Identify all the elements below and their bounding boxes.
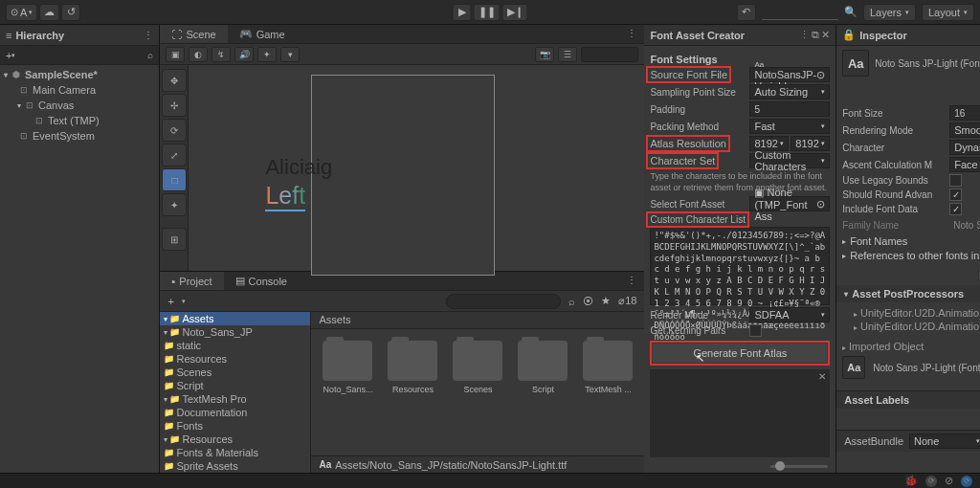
account-button[interactable]: ⊙A▾ [6,4,37,21]
pause-button[interactable]: ❚❚ [474,4,501,21]
hierarchy-item[interactable]: ▾⊡Canvas [0,98,159,113]
tool-gizmos[interactable]: ☰ [558,47,577,62]
generate-font-atlas-button[interactable]: Generate Font Atlas [653,344,827,363]
tool-rect[interactable]: □ [162,168,187,191]
select-font-field[interactable]: ▣ None (TMP_Font Ass⊙ [749,196,830,211]
asset-folder[interactable]: Resources [388,341,437,444]
project-search[interactable] [446,294,561,309]
folder-item[interactable]: 📁Fonts & Materials [160,446,310,459]
folder-item[interactable]: 📁Sprite Assets [160,459,310,473]
object-picker-icon[interactable]: ⊙ [816,69,825,81]
scene-viewport[interactable]: Aliciaig Left [189,65,644,271]
tool-overlay[interactable]: ▾ [280,47,300,62]
tool-3d[interactable]: ▣ [166,47,185,62]
tool-scale[interactable]: ⤢ [162,144,187,166]
tool-move[interactable]: ✢ [162,94,187,117]
hierarchy-search[interactable] [15,48,147,63]
asset-folder[interactable]: Scenes [453,341,502,444]
folder-item[interactable]: 📁Script [160,379,310,392]
fac-title: Font Asset Creator [650,30,745,41]
packing-dropdown[interactable]: Fast▾ [749,119,830,134]
popout-icon[interactable]: ⧉ [812,29,819,41]
hierarchy-item[interactable]: ⊡EventSystem [0,128,159,144]
cache-icon[interactable]: ⊘ [945,475,953,487]
panel-menu-icon[interactable]: ⋮ [144,30,153,40]
asset-folder[interactable]: Noto_Sans... [323,341,372,444]
folder-item[interactable]: ▾📁TextMesh Pro [160,392,310,406]
tool-shade[interactable]: ◐ [189,47,208,62]
panel-menu-icon[interactable]: ⋮ [799,29,810,41]
select-font-label: Select Font Asset [650,199,746,210]
folder-item[interactable]: ▾📁Noto_Sans_JP [160,325,310,339]
star-icon[interactable]: ★ [601,295,611,307]
folder-item[interactable]: ▾📁Resources [160,433,310,446]
folder-item[interactable]: 📁Fonts [160,419,310,433]
object-picker-icon[interactable]: ⊙ [816,198,825,211]
include-checkbox[interactable]: ✓ [949,203,962,215]
panel-menu-icon[interactable]: ⋮ [619,25,644,43]
round-checkbox[interactable]: ✓ [949,189,962,201]
history-icon: ↺ [67,6,76,18]
tab-scene[interactable]: ⛶Scene [160,25,227,43]
tab-game[interactable]: 🎮Game [228,25,297,43]
assetbundle-label: AssetBundle [844,435,903,447]
kerning-checkbox[interactable] [749,324,762,337]
tool-fx[interactable]: ✦ [257,47,277,62]
folder-item[interactable]: 📁static [160,339,310,352]
render-mode-dropdown[interactable]: SDFAA▾ [749,307,830,322]
sampling-dropdown[interactable]: Auto Sizing▾ [749,84,830,100]
tool-light[interactable]: ↯ [212,47,231,62]
tmp-text-preview[interactable]: Left [265,182,305,211]
folder-item[interactable]: 📁Scenes [160,366,310,379]
close-icon[interactable]: ✕ [821,29,830,41]
folder-item[interactable]: 📁Resources [160,352,310,366]
padding-input[interactable]: 5 [749,101,830,117]
tab-console[interactable]: ▤Console [224,272,299,290]
asset-folder[interactable]: Script [518,341,568,444]
charset-dropdown[interactable]: Custom Characters▾ [749,153,830,168]
lock-icon[interactable]: 🔒 [842,29,856,41]
filter-icon[interactable]: ⦿ [583,296,593,307]
hierarchy-item[interactable]: ▾⬢SampleScene* [0,67,159,82]
folder-item[interactable]: 📁Documentation [160,406,310,419]
hierarchy-item[interactable]: ⊡Main Camera [0,82,159,98]
assetbundle-dropdown[interactable]: None▾ [909,433,980,449]
ascent-dropdown[interactable]: Face ascender metric▾ [949,157,980,172]
rendering-dropdown[interactable]: Smooth▾ [949,122,980,138]
hierarchy-title: Hierarchy [15,30,64,41]
autorefresh-icon[interactable]: ⟳ [925,476,937,487]
tool-view[interactable]: ✥ [162,69,187,92]
character-dropdown[interactable]: Dynamic▾ [949,140,980,155]
bug-icon[interactable]: 🐞 [904,475,918,487]
hierarchy-item[interactable]: ⊡Text (TMP) [0,113,159,128]
history-button[interactable]: ↺ [61,4,80,21]
source-font-field[interactable]: Aa NotoSansJP-Variable⊙ [749,67,830,82]
layers-dropdown[interactable]: Layers▾ [863,4,916,21]
layout-dropdown[interactable]: Layout▾ [922,4,974,21]
legacy-checkbox[interactable] [949,174,962,187]
asset-folder[interactable]: TextMesh ... [583,341,633,444]
tool-rotate[interactable]: ⟳ [162,119,187,142]
step-button[interactable]: ▶❙ [502,4,528,21]
hidden-icon[interactable]: ⌀18 [618,295,636,307]
font-names-foldout[interactable]: ▸Font Names [842,235,980,247]
search-icon: ⌕ [568,296,575,307]
font-size-input[interactable]: 16 [949,105,980,121]
postprocessors-header[interactable]: ▾Asset PostProcessors [836,285,980,302]
undo-button[interactable]: ↶ [737,4,756,21]
tool-audio[interactable]: 🔊 [234,47,254,62]
references-foldout[interactable]: ▸References to other fonts in project [842,250,980,261]
tool-custom[interactable]: ⊞ [162,228,187,251]
play-button[interactable]: ▶ [453,4,472,21]
folder-item[interactable]: ▾📁Assets [160,312,310,325]
character-list-textarea[interactable]: !"#$%&'()*+,-./0123456789:;<=>?@ABCDEFGH… [650,227,830,305]
panel-menu-icon[interactable]: ⋮ [619,272,644,290]
preview-zoom-slider[interactable] [770,465,828,468]
tool-transform[interactable]: ✦ [162,193,187,216]
tool-camera[interactable]: 📷 [535,47,554,62]
tab-project[interactable]: ▪Project [160,272,223,290]
cloud-button[interactable]: ☁ [39,4,59,21]
scene-search[interactable] [581,47,638,62]
close-icon[interactable]: ✕ [818,371,826,382]
canvas-icon: ⊡ [23,99,36,112]
